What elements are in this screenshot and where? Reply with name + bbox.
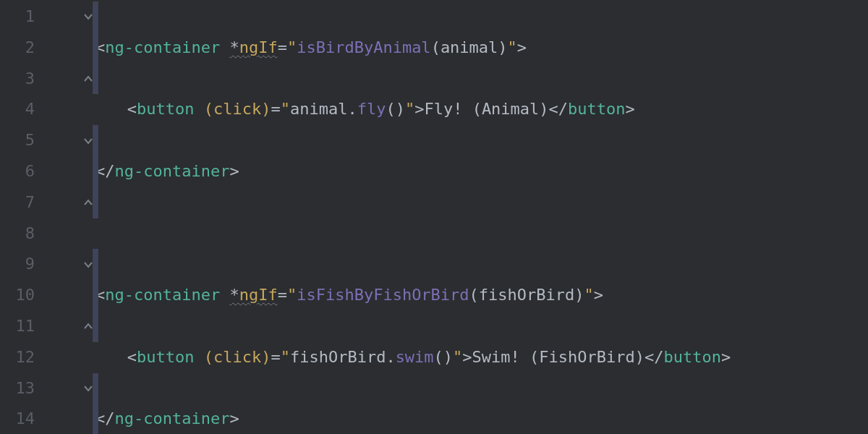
predicate-fn: isBirdByAnimal [297, 38, 430, 56]
change-marker [93, 33, 98, 64]
change-marker [93, 280, 98, 311]
fold-toggle-icon[interactable] [84, 321, 93, 331]
change-marker [93, 373, 98, 404]
ngif-star: * [229, 286, 239, 304]
line-number: 14 [0, 404, 35, 434]
fold-toggle-icon[interactable] [84, 12, 93, 22]
change-marker [93, 125, 98, 156]
code-line[interactable] [95, 218, 868, 250]
click-method: fly [357, 100, 386, 118]
fold-toggle-icon[interactable] [84, 197, 93, 208]
line-number: 13 [0, 373, 35, 404]
code-line[interactable]: </ng-container> [95, 404, 868, 434]
fold-gutter [43, 0, 95, 434]
predicate-arg: fishOrBird [479, 286, 574, 304]
button-text: Fly! (Animal) [424, 100, 548, 118]
click-event: click [213, 100, 261, 118]
predicate-arg: animal [441, 38, 498, 56]
predicate-fn: isFishByFishOrBird [297, 286, 469, 304]
code-line[interactable]: <ng-container *ngIf="isFishByFishOrBird(… [95, 280, 868, 311]
tag-ng-container: ng-container [105, 286, 220, 304]
code-line[interactable]: <ng-container *ngIf="isBirdByAnimal(anim… [95, 33, 868, 64]
tag-button-close: button [664, 348, 721, 366]
line-number: 11 [0, 311, 35, 342]
code-line[interactable]: <button (click)="animal.fly()">Fly! (Ani… [95, 94, 868, 125]
line-number: 7 [0, 187, 35, 218]
change-marker [93, 1, 98, 33]
tag-button-close: button [568, 100, 625, 118]
line-number: 12 [0, 342, 35, 373]
click-method: swim [396, 348, 434, 366]
line-number: 6 [0, 156, 35, 187]
click-object: fishOrBird [290, 348, 386, 366]
ngif-star: * [229, 38, 239, 56]
code-line[interactable]: </ng-container> [95, 156, 868, 187]
tag-button: button [137, 100, 194, 118]
change-marker [93, 249, 98, 280]
fold-toggle-icon[interactable] [84, 383, 93, 393]
line-number: 9 [0, 249, 35, 280]
line-number: 5 [0, 125, 35, 156]
fold-toggle-icon[interactable] [84, 260, 93, 270]
line-number: 1 [0, 1, 35, 33]
click-event: click [213, 348, 261, 366]
change-marker [93, 404, 98, 434]
change-marker [93, 311, 98, 342]
change-marker [93, 156, 98, 187]
line-number: 2 [0, 33, 35, 64]
ngif-directive: ngIf [239, 286, 278, 304]
line-number: 4 [0, 94, 35, 125]
fold-toggle-icon[interactable] [84, 74, 93, 84]
tag-ng-container-close: ng-container [115, 162, 230, 180]
tag-button: button [137, 348, 194, 366]
line-number-gutter: 1 2 3 4 5 6 7 8 9 10 11 12 13 14 [0, 0, 43, 434]
click-object: animal [290, 100, 347, 118]
change-marker [93, 64, 98, 95]
ngif-directive: ngIf [239, 38, 278, 56]
code-area[interactable]: <ng-container *ngIf="isBirdByAnimal(anim… [95, 0, 868, 434]
tag-ng-container: ng-container [105, 38, 220, 56]
line-number: 3 [0, 64, 35, 95]
button-text: Swim! (FishOrBird) [472, 348, 644, 366]
code-line[interactable]: <button (click)="fishOrBird.swim()">Swim… [95, 342, 868, 373]
line-number: 8 [0, 218, 35, 250]
change-marker [93, 187, 98, 218]
line-number: 10 [0, 280, 35, 311]
code-editor: 1 2 3 4 5 6 7 8 9 10 11 12 13 14 <ng-con… [0, 0, 868, 434]
tag-ng-container-close: ng-container [115, 409, 230, 427]
fold-toggle-icon[interactable] [84, 136, 93, 146]
